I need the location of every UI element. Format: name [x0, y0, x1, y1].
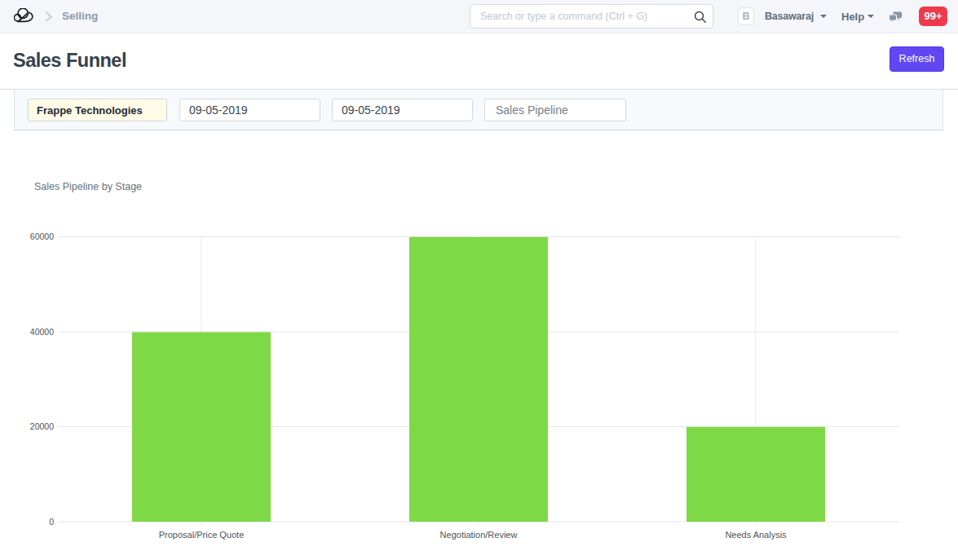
svg-text:Negotiation/Review: Negotiation/Review [440, 530, 518, 540]
svg-text:Proposal/Price Quote: Proposal/Price Quote [159, 530, 245, 540]
svg-text:40000: 40000 [30, 327, 54, 337]
svg-text:Needs Analysis: Needs Analysis [725, 530, 787, 540]
svg-text:0: 0 [49, 517, 54, 527]
svg-text:60000: 60000 [30, 231, 54, 241]
svg-text:20000: 20000 [30, 421, 54, 431]
